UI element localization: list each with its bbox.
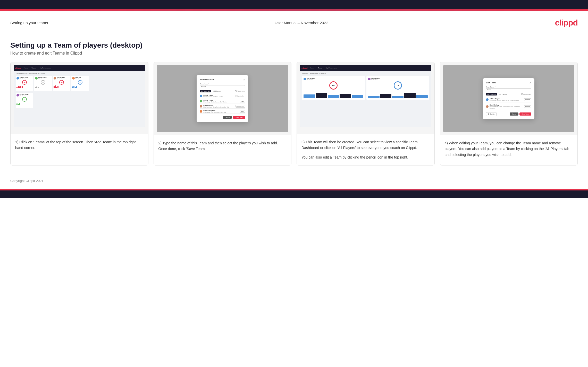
card-2-text: 2) Type the name of this Team and then s… [154, 135, 291, 165]
mini-chart-bars-1 [304, 91, 363, 98]
mini-nav-home: Home [23, 67, 29, 69]
copyright-text: Copyright Clippd 2021 [10, 179, 44, 183]
mini-list-avatar-2 [200, 100, 202, 102]
mini-edit-avatar-2 [486, 105, 489, 108]
card-1-screenshot: clippd Home Teams My Performance Showing… [11, 62, 148, 134]
mini-nav3-perf: My Performance [325, 67, 338, 69]
mini-player-row-3: Blair McHarg Plus Handicap · Royal North… [200, 104, 245, 109]
mini-modal-footer: Cancel Save Team [200, 116, 245, 119]
card-4-screenshot: Edit Team ✕ Team Name * Team A My Team (… [440, 62, 578, 135]
mini-tc-avatar-2 [368, 78, 371, 80]
card-3-description-1: 3) This Team will then be created. You c… [301, 139, 430, 151]
mini-edit-tab-all-players: All Players [498, 93, 508, 95]
page-header: Setting up your teams User Manual – Nove… [0, 11, 588, 32]
mini-dashboard-content: Showing 5 out of 5 players from All Play… [14, 71, 145, 127]
mini-add-button-2[interactable]: Add [240, 100, 245, 102]
card-1: clippd Home Teams My Performance Showing… [10, 62, 148, 165]
mini-team-subtitle: Showing 2 players from All Players [302, 73, 429, 74]
mini-player-card-3: Blair McHarg Plus Handicap 94 [53, 76, 70, 91]
mini-edit-save-team-button[interactable]: Save Team [519, 112, 531, 116]
mini-modal-header: Add New Team ✕ [200, 78, 245, 81]
mini-edit-header: Edit Team ✕ [486, 81, 531, 84]
mini-close-icon: ✕ [243, 78, 245, 81]
mini-edit-cancel-button[interactable]: Cancel [510, 112, 519, 116]
mini-team-cards: Blair McHarg Plus Handicap 94 [302, 76, 429, 100]
mini-avatar-4 [72, 77, 75, 80]
clippd-logo: clippd [555, 18, 578, 28]
mini-bars-1 [16, 85, 32, 88]
mini-edit-filter: Filter by name [521, 93, 532, 95]
mini-bars-2 [35, 85, 51, 88]
mini-cancel-button[interactable]: Cancel [223, 116, 232, 119]
mini-dashboard-3: clippd Home Teams My Performance Showing… [300, 65, 431, 127]
card-4: Edit Team ✕ Team Name * Team A My Team (… [440, 62, 578, 165]
mini-add-button-4[interactable]: Add [240, 110, 245, 113]
mini-tc-avatar-1 [304, 78, 306, 80]
page-subtitle: How to create and edit Teams in Clippd [10, 51, 578, 56]
mini-avatar-5 [16, 94, 19, 97]
mini-edit-avatar-1 [486, 98, 489, 101]
mini-player-row-1: Adrian Player Plus Handicap · The Shire … [200, 94, 245, 98]
card-3: clippd Home Teams My Performance Showing… [297, 62, 435, 165]
mini-list-avatar-4 [200, 110, 202, 113]
card-2: Add New Team ✕ Team Name * Team A My Tea… [154, 62, 292, 165]
mini-delete-button[interactable]: 🗑 Delete [486, 112, 496, 116]
mini-remove-button-2[interactable]: Remove [524, 105, 532, 108]
mini-player-row-2: Adrian Coliba 1 Handicap · Central Londo… [200, 99, 245, 103]
mini-modal-overlay-2: Add New Team ✕ Team Name * Team A My Tea… [157, 65, 288, 132]
card-4-description: 4) When editing your Team, you can chang… [445, 140, 573, 158]
mini-edit-player-list: Adrian Player Plus Handicap · The Shire … [486, 97, 531, 110]
mini-player-added-3: Player Added [236, 105, 245, 108]
mini-save-team-button[interactable]: Save Team [233, 116, 245, 119]
mini-remove-button-1[interactable]: Remove [524, 98, 532, 101]
mini-player-row-4: Dave Billingham 5 Handicap · The Dog Mag… [200, 109, 245, 114]
mini-modal-edit: Edit Team ✕ Team Name * Team A My Team (… [483, 78, 534, 119]
page-title: Setting up a Team of players (desktop) [10, 41, 578, 49]
mini-nav-3: clippd Home Teams My Performance [300, 65, 431, 71]
mini-score-5: 72 [22, 97, 27, 102]
mini-dashboard-1: clippd Home Teams My Performance Showing… [14, 65, 145, 127]
mini-logo-3: clippd [301, 67, 308, 69]
filter-checkbox [235, 90, 237, 92]
mini-list-avatar-3 [200, 105, 202, 108]
mini-team-card-2: Richard Butler Plus Handicap 72 [366, 76, 429, 100]
card-3-text: 3) This Team will then be created. You c… [297, 134, 434, 165]
mini-score-4: 78 [78, 80, 82, 85]
mini-nav-1: clippd Home Teams My Performance [14, 65, 145, 71]
mini-score-ring-2: 72 [394, 81, 402, 90]
mini-edit-player-row-1: Adrian Player Plus Handicap · The Shire … [486, 97, 531, 102]
mini-score-1: 84 [22, 80, 27, 85]
header-manual-label: User Manual – November 2022 [275, 21, 328, 25]
cards-row: clippd Home Teams My Performance Showing… [0, 62, 588, 176]
card-3-screenshot: clippd Home Teams My Performance Showing… [297, 62, 434, 134]
mini-player-added-1: Player Added [236, 95, 245, 97]
page-title-section: Setting up a Team of players (desktop) H… [0, 32, 588, 62]
mini-nav-performance: My Performance [39, 67, 52, 69]
mini-edit-close-icon: ✕ [529, 81, 531, 84]
mini-tab-all-players: All Players [212, 90, 222, 92]
mini-logo: clippd [15, 67, 21, 69]
header-divider [10, 32, 578, 32]
mini-avatar-3 [54, 77, 56, 80]
mini-bars-3 [54, 85, 70, 88]
mini-edit-footer: 🗑 Delete Cancel Save Team [486, 112, 531, 116]
bottom-dark-bar [0, 190, 588, 198]
top-bar [0, 0, 588, 9]
mini-nav3-home: Home [309, 67, 315, 69]
mini-edit-overlay: Edit Team ✕ Team Name * Team A My Team (… [443, 65, 575, 132]
mini-edit-player-row-2: Blair McHarg Plus Handicap · Royal North… [486, 103, 531, 110]
mini-nav3-teams: Teams [317, 67, 324, 69]
mini-nav-teams: Teams [31, 67, 37, 69]
mini-player-list: Adrian Player Plus Handicap · The Shire … [200, 94, 245, 114]
header-section-label: Setting up your teams [10, 21, 48, 25]
mini-score-ring-1: 94 [329, 81, 338, 90]
mini-bars-4 [72, 85, 88, 88]
mini-list-avatar-1 [200, 95, 202, 97]
mini-team-card-1: Blair McHarg Plus Handicap 94 [302, 76, 365, 100]
mini-chart-bars-2 [368, 91, 428, 98]
mini-team-content: Showing 2 players from All Players Blair… [300, 71, 431, 127]
mini-edit-tabs: My Team (2) All Players Filter by name [486, 93, 531, 95]
mini-edit-name-input: Team A [486, 88, 531, 91]
edit-filter-checkbox [521, 93, 523, 95]
mini-player-card-1: Adrian Collins Plus Handicap 84 [16, 76, 33, 91]
